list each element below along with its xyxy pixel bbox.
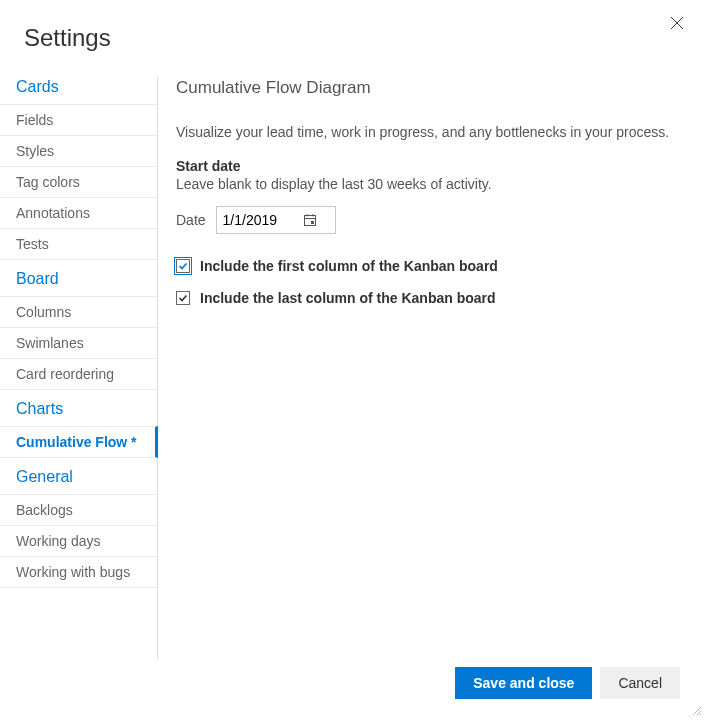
- nav-item-styles[interactable]: Styles: [0, 135, 157, 166]
- check-icon: [178, 261, 188, 271]
- date-input[interactable]: [223, 212, 303, 228]
- close-button[interactable]: [670, 16, 686, 32]
- check-icon: [178, 293, 188, 303]
- checkbox-include-last[interactable]: [176, 291, 190, 305]
- nav-item-tests[interactable]: Tests: [0, 228, 157, 260]
- start-date-hint: Leave blank to display the last 30 weeks…: [176, 176, 680, 192]
- nav-item-columns[interactable]: Columns: [0, 296, 157, 327]
- checkbox-include-first-label: Include the first column of the Kanban b…: [200, 258, 498, 274]
- content-description: Visualize your lead time, work in progre…: [176, 124, 680, 140]
- resize-grip-icon[interactable]: [690, 703, 702, 719]
- save-and-close-button[interactable]: Save and close: [455, 667, 592, 699]
- section-header-cards: Cards: [0, 78, 157, 104]
- svg-line-9: [700, 714, 701, 715]
- svg-line-7: [693, 707, 701, 715]
- section-header-board: Board: [0, 260, 157, 296]
- section-header-general: General: [0, 458, 157, 494]
- nav-item-swimlanes[interactable]: Swimlanes: [0, 327, 157, 358]
- nav-item-tag-colors[interactable]: Tag colors: [0, 166, 157, 197]
- cancel-button[interactable]: Cancel: [600, 667, 680, 699]
- date-input-wrap[interactable]: [216, 206, 336, 234]
- dialog-footer: Save and close Cancel: [455, 667, 680, 699]
- nav-item-working-with-bugs[interactable]: Working with bugs: [0, 556, 157, 588]
- nav-item-annotations[interactable]: Annotations: [0, 197, 157, 228]
- nav-item-card-reordering[interactable]: Card reordering: [0, 358, 157, 390]
- settings-content: Cumulative Flow Diagram Visualize your l…: [158, 78, 704, 658]
- content-title: Cumulative Flow Diagram: [176, 78, 680, 98]
- settings-sidebar: Cards Fields Styles Tag colors Annotatio…: [0, 78, 158, 658]
- nav-item-fields[interactable]: Fields: [0, 104, 157, 135]
- checkbox-include-first[interactable]: [176, 259, 190, 273]
- checkbox-include-last-label: Include the last column of the Kanban bo…: [200, 290, 496, 306]
- dialog-title: Settings: [0, 0, 704, 52]
- section-header-charts: Charts: [0, 390, 157, 426]
- svg-rect-6: [311, 221, 314, 224]
- close-icon: [670, 16, 684, 30]
- calendar-icon[interactable]: [303, 213, 317, 227]
- nav-item-backlogs[interactable]: Backlogs: [0, 494, 157, 525]
- settings-dialog: Settings Cards Fields Styles Tag colors …: [0, 0, 704, 721]
- nav-item-cumulative-flow[interactable]: Cumulative Flow *: [0, 426, 158, 458]
- start-date-label: Start date: [176, 158, 680, 174]
- nav-item-working-days[interactable]: Working days: [0, 525, 157, 556]
- date-label: Date: [176, 212, 206, 228]
